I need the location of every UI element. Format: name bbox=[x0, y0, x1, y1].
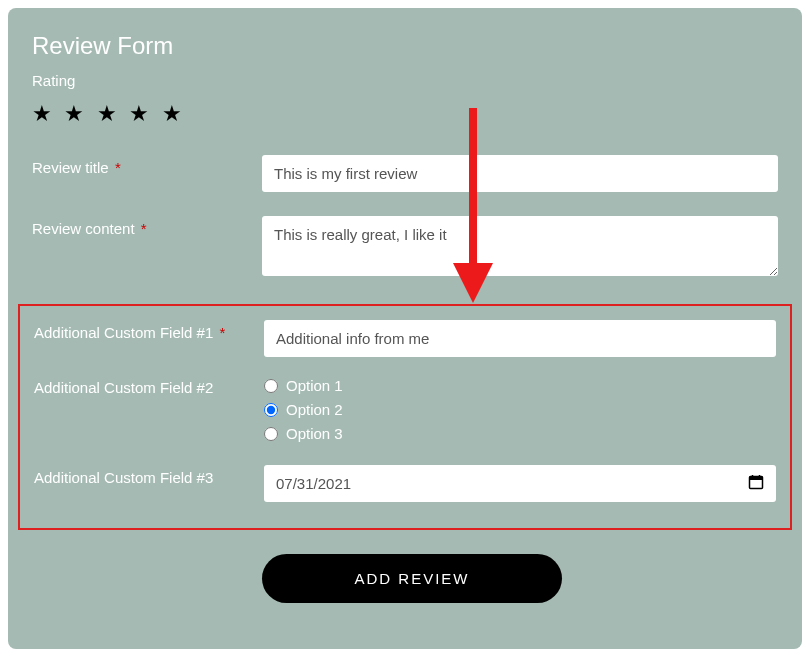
custom-field-1-row: Additional Custom Field #1 * bbox=[34, 320, 776, 357]
custom-field-3-label: Additional Custom Field #3 bbox=[34, 465, 264, 486]
review-content-label: Review content * bbox=[32, 216, 262, 237]
star-rating[interactable]: ★ ★ ★ ★ ★ bbox=[32, 101, 778, 127]
custom-field-2-radio-group: Option 1 Option 2 Option 3 bbox=[264, 375, 776, 445]
radio-option-1[interactable]: Option 1 bbox=[264, 375, 776, 397]
radio-input[interactable] bbox=[264, 379, 278, 393]
radio-option-2[interactable]: Option 2 bbox=[264, 399, 776, 421]
radio-input[interactable] bbox=[264, 403, 278, 417]
custom-field-1-input[interactable] bbox=[264, 320, 776, 357]
rating-label: Rating bbox=[32, 72, 778, 89]
radio-input[interactable] bbox=[264, 427, 278, 441]
custom-field-2-row: Additional Custom Field #2 Option 1 Opti… bbox=[34, 375, 776, 447]
review-title-label: Review title * bbox=[32, 155, 262, 176]
star-icon[interactable]: ★ bbox=[97, 101, 117, 126]
star-icon[interactable]: ★ bbox=[32, 101, 52, 126]
star-icon[interactable]: ★ bbox=[162, 101, 182, 126]
radio-option-3[interactable]: Option 3 bbox=[264, 423, 776, 445]
required-marker: * bbox=[219, 324, 225, 341]
radio-option-label: Option 2 bbox=[286, 399, 343, 421]
required-marker: * bbox=[115, 159, 121, 176]
submit-row: ADD REVIEW bbox=[32, 554, 778, 603]
review-content-row: Review content * This is really great, I… bbox=[32, 216, 778, 280]
custom-field-3-row: Additional Custom Field #3 bbox=[34, 465, 776, 502]
review-title-input[interactable] bbox=[262, 155, 778, 192]
review-title-row: Review title * bbox=[32, 155, 778, 192]
radio-option-label: Option 3 bbox=[286, 423, 343, 445]
add-review-button[interactable]: ADD REVIEW bbox=[262, 554, 562, 603]
custom-field-3-date-input[interactable] bbox=[264, 465, 776, 502]
review-content-textarea[interactable]: This is really great, I like it bbox=[262, 216, 778, 276]
star-icon[interactable]: ★ bbox=[64, 101, 84, 126]
highlighted-custom-fields: Additional Custom Field #1 * Additional … bbox=[18, 304, 792, 530]
custom-field-2-label: Additional Custom Field #2 bbox=[34, 375, 264, 396]
star-icon[interactable]: ★ bbox=[129, 101, 149, 126]
radio-option-label: Option 1 bbox=[286, 375, 343, 397]
form-title: Review Form bbox=[32, 32, 778, 60]
required-marker: * bbox=[141, 220, 147, 237]
review-form-container: Review Form Rating ★ ★ ★ ★ ★ Review titl… bbox=[8, 8, 802, 649]
custom-field-1-label: Additional Custom Field #1 * bbox=[34, 320, 264, 341]
